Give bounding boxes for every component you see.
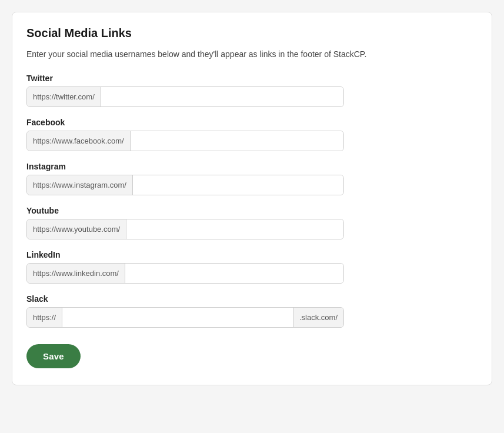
field-group-linkedin: LinkedInhttps://www.linkedin.com/ xyxy=(26,250,478,284)
prefix-facebook: https://www.facebook.com/ xyxy=(27,131,131,151)
prefix-instagram: https://www.instagram.com/ xyxy=(27,175,133,195)
input-wrapper-instagram: https://www.instagram.com/ xyxy=(26,175,344,195)
suffix-slack: .slack.com/ xyxy=(293,308,343,327)
input-wrapper-facebook: https://www.facebook.com/ xyxy=(26,131,344,151)
label-youtube: Youtube xyxy=(26,206,478,215)
input-wrapper-linkedin: https://www.linkedin.com/ xyxy=(26,263,344,284)
field-group-facebook: Facebookhttps://www.facebook.com/ xyxy=(26,118,478,151)
label-linkedin: LinkedIn xyxy=(26,250,478,259)
save-button[interactable]: Save xyxy=(26,344,81,368)
field-group-youtube: Youtubehttps://www.youtube.com/ xyxy=(26,206,478,239)
input-youtube[interactable] xyxy=(126,219,343,239)
label-slack: Slack xyxy=(26,294,478,304)
prefix-linkedin: https://www.linkedin.com/ xyxy=(27,264,125,283)
prefix-youtube: https://www.youtube.com/ xyxy=(27,219,126,239)
input-slack[interactable] xyxy=(62,308,293,327)
label-facebook: Facebook xyxy=(26,118,478,127)
input-wrapper-slack: https://.slack.com/ xyxy=(26,307,344,328)
page-title: Social Media Links xyxy=(26,26,478,40)
input-wrapper-youtube: https://www.youtube.com/ xyxy=(26,219,344,239)
label-twitter: Twitter xyxy=(26,74,478,83)
page-description: Enter your social media usernames below … xyxy=(26,48,478,61)
field-group-instagram: Instagramhttps://www.instagram.com/ xyxy=(26,162,478,195)
prefix-slack: https:// xyxy=(27,308,62,327)
input-instagram[interactable] xyxy=(133,175,343,195)
prefix-twitter: https://twitter.com/ xyxy=(27,87,101,106)
social-media-links-card: Social Media Links Enter your social med… xyxy=(12,12,492,385)
field-group-twitter: Twitterhttps://twitter.com/ xyxy=(26,74,478,107)
field-group-slack: Slackhttps://.slack.com/ xyxy=(26,294,478,328)
input-facebook[interactable] xyxy=(131,131,343,151)
input-twitter[interactable] xyxy=(101,87,343,106)
input-linkedin[interactable] xyxy=(125,264,343,283)
input-wrapper-twitter: https://twitter.com/ xyxy=(26,86,344,107)
label-instagram: Instagram xyxy=(26,162,478,171)
